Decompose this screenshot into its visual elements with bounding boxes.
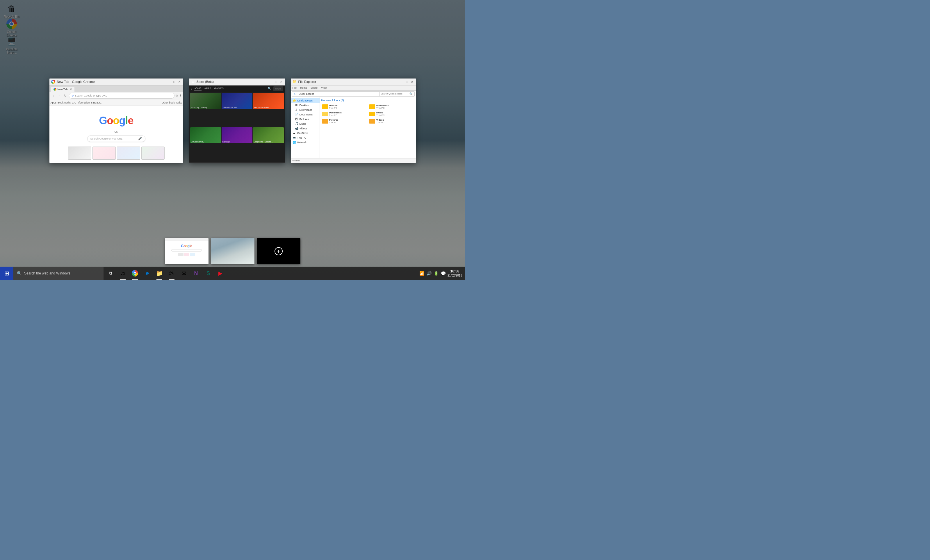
folder-item-videos[interactable]: Videos This PC: [368, 118, 415, 125]
chrome-bookmarks-bar: Apps Bookmarks GA Information is Beaut..…: [49, 100, 183, 106]
tray-notification-icon[interactable]: 💬: [441, 271, 446, 275]
bookmark-bookmarks[interactable]: Bookmarks: [58, 101, 71, 104]
taskbar-app-media[interactable]: ▶: [215, 267, 226, 280]
ribbon-home[interactable]: Home: [300, 86, 307, 89]
store-game-tile-4[interactable]: Virtual City HD: [190, 127, 221, 143]
taskbar-thumb-chrome[interactable]: Google: [165, 238, 208, 264]
sidebar-pictures-label: Pictures: [300, 118, 309, 121]
sidebar-item-downloads[interactable]: ⬇ Downloads: [291, 108, 320, 112]
chrome-thumb-3[interactable]: [117, 146, 140, 160]
folder-item-downloads[interactable]: Downloads This PC: [368, 103, 415, 110]
sidebar-item-thispc[interactable]: 💻 This PC: [291, 135, 320, 140]
taskbar-app-file-explorer[interactable]: 🗂: [117, 267, 129, 280]
sidebar-item-pictures[interactable]: 🖼 Pictures: [291, 117, 320, 122]
store-close-btn[interactable]: ✕: [279, 80, 283, 83]
bookmark-apps[interactable]: Apps: [51, 101, 57, 104]
store-game-tile-5[interactable]: Salvage: [222, 127, 253, 143]
explorer-status-bar: 6 items: [291, 158, 416, 163]
taskbar-app-folder[interactable]: 📁: [154, 267, 165, 280]
sidebar-item-documents[interactable]: 📄 Documents: [291, 112, 320, 117]
taskbar-app-store[interactable]: 🛍: [166, 267, 177, 280]
chrome-thumb-4[interactable]: [141, 146, 165, 160]
chrome-forward-btn[interactable]: ›: [57, 93, 62, 98]
pictures-folder-info: Pictures This PC: [329, 118, 339, 124]
sidebar-item-quickaccess[interactable]: ⭐ Quick access: [291, 98, 320, 103]
chrome-titlebar: New Tab - Google Chrome ─ □ ✕: [49, 78, 183, 86]
taskbar-app-sway[interactable]: S: [202, 267, 214, 280]
sidebar-item-music[interactable]: 🎵 Music: [291, 122, 320, 126]
store-tab-home[interactable]: HOME: [194, 87, 202, 91]
folder-item-music[interactable]: Music This PC: [368, 111, 415, 117]
store-tab-apps[interactable]: APPS: [205, 87, 211, 91]
store-game-grid: 2020: My Country Twin Moons HD BBC Good …: [189, 92, 285, 162]
explorer-address-bar[interactable]: ⌂ › Quick access 🔍: [292, 91, 415, 97]
ribbon-share[interactable]: Share: [311, 86, 317, 89]
chrome-address-bar[interactable]: ⊙ Search Google or type URL: [69, 93, 174, 98]
tray-icons: 📶 🔊 🔋 💬: [419, 271, 446, 275]
chrome-menu-icon[interactable]: ⋮: [179, 94, 182, 98]
tray-network-icon[interactable]: 📶: [419, 271, 424, 275]
tray-clock[interactable]: 16:58 21/02/2015: [448, 269, 462, 278]
taskbar-app-mail[interactable]: ✉: [178, 267, 189, 280]
store-search-icon[interactable]: 🔍: [268, 87, 272, 91]
chrome-back-btn[interactable]: ‹: [51, 93, 56, 98]
bookmark-other[interactable]: Other bookmarks: [162, 101, 182, 104]
chrome-thumb-2[interactable]: [92, 146, 116, 160]
store-game-tile-3[interactable]: BBC Good Food: [253, 93, 284, 109]
explorer-search-input[interactable]: [379, 92, 408, 96]
bookmark-info[interactable]: Information is Beaut...: [77, 101, 102, 104]
start-button[interactable]: ⊞: [0, 267, 13, 280]
sidebar-item-videos[interactable]: 📹 Videos: [291, 126, 320, 131]
taskbar-thumb-new-desktop[interactable]: +: [257, 238, 300, 264]
chrome-reload-btn[interactable]: ↻: [63, 93, 68, 98]
store-game-tile-6[interactable]: Grapholite - Diagra...: [253, 127, 284, 143]
store-window-preview[interactable]: 🛍 Store (Beta) ─ □ ✕ ‹ HOME APPS GAMES: [189, 78, 285, 163]
tray-battery-icon[interactable]: 🔋: [434, 271, 439, 275]
bookmark-ga[interactable]: GA: [72, 101, 75, 104]
store-game-tile-1[interactable]: 2020: My Country: [190, 93, 221, 109]
taskbar-search[interactable]: 🔍 Search the web and Windows: [13, 267, 103, 280]
store-search-bar[interactable]: excel: [273, 86, 283, 91]
sidebar-item-desktop[interactable]: 🖥 Desktop: [291, 103, 320, 108]
chrome-tab-newtab[interactable]: New Tab ✕: [51, 87, 74, 92]
taskbar-app-onenote[interactable]: N: [190, 267, 202, 280]
chrome-search-box[interactable]: Search Google or type URL 🎤: [87, 135, 145, 142]
taskbar-thumb-desktop[interactable]: [211, 238, 254, 264]
store-back-btn[interactable]: ‹: [191, 87, 192, 91]
store-search-placeholder: excel: [275, 87, 281, 90]
chrome-window-preview[interactable]: New Tab - Google Chrome ─ □ ✕ New Tab ✕: [49, 78, 183, 163]
sidebar-thispc-label: This PC: [297, 136, 306, 139]
sidebar-item-network[interactable]: 🌐 Network: [291, 140, 320, 145]
taskbar-app-edge[interactable]: e: [141, 267, 153, 280]
taskbar-app-chrome[interactable]: [129, 267, 141, 280]
explorer-maximize-btn[interactable]: □: [405, 80, 409, 83]
sidebar-quickaccess-label: Quick access: [297, 99, 313, 102]
chrome-tab-close[interactable]: ✕: [70, 88, 72, 91]
chrome-bookmark-icon[interactable]: ☆: [176, 94, 178, 98]
chrome-toolbar-icons: ☆ ⋮: [176, 94, 182, 98]
desktop-sidebar-icon: 🖥: [295, 103, 299, 107]
chrome-thumb-1[interactable]: [68, 146, 91, 160]
folder-item-pictures[interactable]: Pictures This PC: [321, 118, 368, 125]
game-title-5: Salvage: [222, 141, 230, 143]
explorer-window-preview[interactable]: 📁 File Explorer ─ □ ✕ File Home Share Vi…: [291, 78, 416, 163]
store-tab-games[interactable]: GAMES: [214, 87, 224, 91]
store-maximize-btn[interactable]: □: [274, 80, 278, 83]
ribbon-view[interactable]: View: [321, 86, 326, 89]
store-game-tile-2[interactable]: Twin Moons HD: [222, 93, 253, 109]
taskbar-app-taskview[interactable]: ⧉: [105, 267, 116, 280]
ribbon-file[interactable]: File: [293, 86, 297, 89]
tray-volume-icon[interactable]: 🔊: [427, 271, 431, 275]
minimize-btn[interactable]: ─: [168, 80, 171, 83]
store-minimize-btn[interactable]: ─: [269, 80, 273, 83]
explorer-search-icon[interactable]: 🔍: [410, 92, 413, 95]
folder-item-documents[interactable]: Documents This PC: [321, 111, 368, 117]
taskbar-thumb-website-tiles: [178, 253, 195, 256]
explorer-close-btn[interactable]: ✕: [410, 80, 414, 83]
maximize-btn[interactable]: □: [172, 80, 176, 83]
explorer-minimize-btn[interactable]: ─: [400, 80, 404, 83]
sidebar-item-onedrive[interactable]: ☁ OneDrive: [291, 131, 320, 135]
taskbar-thumb-chrome-inner: Google: [165, 238, 208, 264]
folder-item-desktop[interactable]: Desktop This PC: [321, 103, 368, 110]
close-btn[interactable]: ✕: [177, 80, 182, 83]
